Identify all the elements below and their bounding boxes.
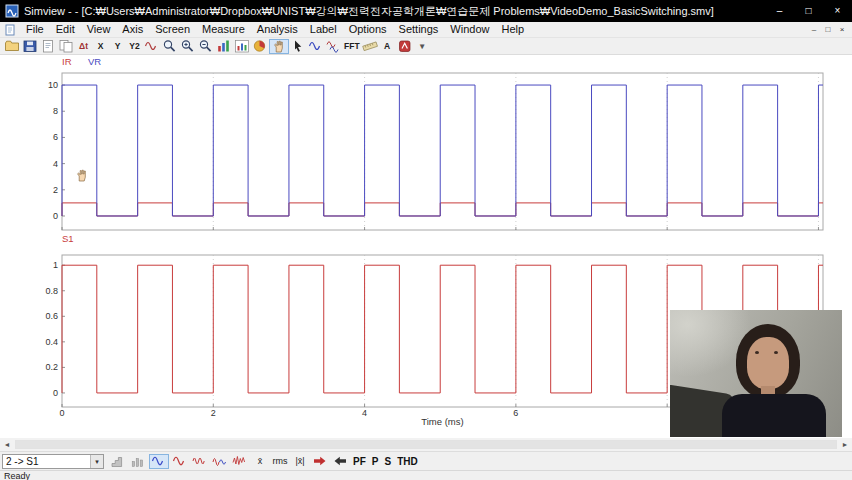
- maximize-button[interactable]: □: [794, 0, 823, 22]
- simview-window: Simview - - [C:₩Users₩Administrator₩Drop…: [0, 0, 852, 480]
- scrollbar-track[interactable]: [15, 440, 837, 449]
- menu-help[interactable]: Help: [495, 22, 530, 37]
- mdi-restore-icon[interactable]: □: [821, 23, 835, 37]
- menu-screen[interactable]: Screen: [149, 22, 196, 37]
- rms-icon[interactable]: rms: [271, 454, 289, 469]
- x-tick-label: 6: [513, 408, 518, 418]
- combo-dropdown-icon[interactable]: ▾: [90, 455, 103, 468]
- menu-bar: FileEditViewAxisScreenMeasureAnalysisLab…: [0, 22, 852, 38]
- menu-file[interactable]: File: [20, 22, 50, 37]
- menu-settings[interactable]: Settings: [393, 22, 445, 37]
- menu-view[interactable]: View: [81, 22, 117, 37]
- window-controls: – □ ×: [765, 0, 852, 22]
- minimize-button[interactable]: –: [765, 0, 794, 22]
- signal-selector-value: 2 -> S1: [3, 456, 90, 467]
- waveform-noise-icon[interactable]: [231, 454, 249, 469]
- y-tick-label: 0: [53, 211, 58, 221]
- y2-axis-icon[interactable]: Y2: [126, 39, 143, 54]
- menu-options[interactable]: Options: [343, 22, 393, 37]
- abs-mean-icon[interactable]: |x̄|: [291, 454, 309, 469]
- scroll-right-icon[interactable]: ►: [838, 438, 852, 451]
- dual-curve-icon[interactable]: [325, 39, 343, 54]
- overlay-curve-icon[interactable]: [307, 39, 325, 54]
- zoom-in-icon[interactable]: [179, 39, 197, 54]
- phase-icon[interactable]: [396, 39, 414, 54]
- fft-icon[interactable]: FFT: [343, 39, 361, 54]
- add-screen-icon[interactable]: [233, 39, 251, 54]
- ruler-icon[interactable]: [361, 39, 379, 54]
- redraw-icon[interactable]: [215, 39, 233, 54]
- horizontal-scrollbar: ◄ ►: [0, 438, 852, 451]
- add-curve-icon[interactable]: [143, 39, 161, 54]
- open-icon[interactable]: [3, 39, 21, 54]
- menu-window[interactable]: Window: [444, 22, 495, 37]
- next-page-icon[interactable]: [311, 454, 329, 469]
- y-tick-label: 1: [53, 260, 58, 270]
- apparent-power-button[interactable]: S: [384, 456, 391, 467]
- prev-page-icon[interactable]: [331, 454, 349, 469]
- y-tick-label: 4: [53, 159, 58, 169]
- status-bar: Ready: [0, 470, 852, 480]
- waveform-mixed-icon[interactable]: [211, 454, 229, 469]
- y-tick-label: 8: [53, 106, 58, 116]
- zoom-out-icon[interactable]: [197, 39, 215, 54]
- legend-IR: IR: [62, 56, 72, 67]
- document-icon[interactable]: [4, 24, 16, 36]
- menu-axis[interactable]: Axis: [116, 22, 149, 37]
- status-text: Ready: [4, 471, 30, 480]
- waveform-double-icon[interactable]: [191, 454, 209, 469]
- y-tick-label: 2: [53, 185, 58, 195]
- copy-icon[interactable]: [57, 39, 75, 54]
- menu-edit[interactable]: Edit: [50, 22, 81, 37]
- real-power-button[interactable]: P: [372, 456, 379, 467]
- toolbar-overflow-icon[interactable]: ▾: [414, 39, 431, 54]
- webcam-overlay: [670, 310, 842, 437]
- hand-pan-icon[interactable]: [269, 39, 289, 54]
- mean-icon[interactable]: x̄: [251, 454, 269, 469]
- measure-icon[interactable]: Δt: [75, 39, 92, 54]
- window-title: Simview - - [C:₩Users₩Administrator₩Drop…: [24, 4, 765, 19]
- x-tick-label: 4: [362, 408, 367, 418]
- pointer-icon[interactable]: [289, 39, 307, 54]
- legend-VR: VR: [88, 56, 101, 67]
- person-eye-left: [755, 351, 759, 354]
- mdi-minimize-icon[interactable]: –: [807, 23, 821, 37]
- menu-analysis[interactable]: Analysis: [251, 22, 304, 37]
- signal-selector[interactable]: 2 -> S1 ▾: [2, 454, 104, 469]
- app-icon: [5, 4, 19, 18]
- print-icon[interactable]: [39, 39, 57, 54]
- mdi-close-icon[interactable]: ×: [835, 23, 849, 37]
- menu-measure[interactable]: Measure: [196, 22, 251, 37]
- main-toolbar: ΔtXYY2FFTA▾: [0, 38, 852, 55]
- y-axis-icon[interactable]: Y: [109, 39, 126, 54]
- legend-S1: S1: [62, 233, 74, 244]
- measurement-toolbar: 2 -> S1 ▾ x̄rms|x̄|PFPSTHD: [0, 451, 852, 470]
- sine-display-icon[interactable]: [149, 454, 169, 469]
- stacked-display-icon[interactable]: [129, 454, 147, 469]
- bar-display-icon[interactable]: [109, 454, 127, 469]
- text-label-icon[interactable]: A: [379, 39, 396, 54]
- y-tick-label: 0.8: [45, 286, 58, 296]
- save-icon[interactable]: [21, 39, 39, 54]
- menu-label[interactable]: Label: [304, 22, 343, 37]
- thd-button[interactable]: THD: [397, 456, 418, 467]
- x-axis-icon[interactable]: X: [92, 39, 109, 54]
- waveform-red-icon[interactable]: [171, 454, 189, 469]
- y-tick-label: 10: [48, 80, 58, 90]
- scrollbar-thumb[interactable]: [16, 441, 836, 448]
- y-tick-label: 0: [53, 388, 58, 398]
- scroll-left-icon[interactable]: ◄: [0, 438, 14, 451]
- zoom-icon[interactable]: [161, 39, 179, 54]
- mdi-window-controls: – □ ×: [807, 23, 849, 37]
- close-button[interactable]: ×: [823, 0, 852, 22]
- menu-items: FileEditViewAxisScreenMeasureAnalysisLab…: [20, 22, 530, 37]
- webcam-person: [722, 324, 826, 437]
- x-tick-label: 2: [211, 408, 216, 418]
- person-eye-right: [774, 351, 778, 354]
- pie-view-icon[interactable]: [251, 39, 269, 54]
- power-factor-button[interactable]: PF: [353, 456, 366, 467]
- waveform-VR: [62, 85, 823, 216]
- title-bar: Simview - - [C:₩Users₩Administrator₩Drop…: [0, 0, 852, 22]
- x-axis-title: Time (ms): [421, 416, 463, 427]
- y-tick-label: 0.2: [45, 362, 58, 372]
